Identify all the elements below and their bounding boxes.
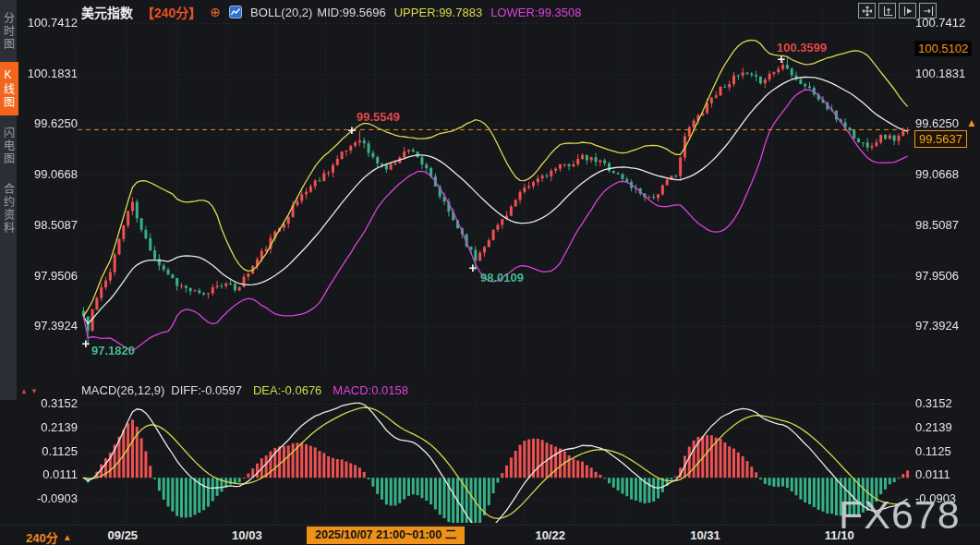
period-selector-label: 240分 — [26, 528, 58, 545]
auto-scroll-icon — [902, 6, 913, 17]
boll-mid-value: MID:99.5696 — [317, 6, 385, 19]
boll-upper-value: UPPER:99.7883 — [394, 6, 482, 19]
chevron-up-icon: ▲ — [63, 532, 72, 542]
period-selector[interactable]: 240分 ▲ — [26, 528, 72, 545]
x-axis-label: 10/03 — [219, 528, 274, 542]
macd-title: MACD(26,12,9) — [81, 383, 164, 397]
x-axis-label: 09/25 — [95, 528, 151, 542]
macd-macd-value: MACD:0.0158 — [333, 383, 408, 397]
kline-chart-icon — [229, 6, 242, 18]
goto-latest-icon — [923, 6, 934, 17]
time-axis-bar: 240分 ▲ 2025/10/07 21:00~01:00 二 09/2510/… — [0, 525, 980, 545]
macd-diff-value: DIFF:-0.0597 — [171, 383, 242, 397]
macd-dea-value: DEA:-0.0676 — [253, 383, 321, 397]
indicator-cycle-controls: ▲ ▼ — [20, 387, 38, 396]
chart-toolbar — [858, 3, 937, 18]
symbol-name: 美元指数 — [81, 3, 133, 21]
watermark: FX678 — [839, 492, 961, 538]
goto-latest-button[interactable] — [919, 3, 937, 18]
sidebar-item-K线图[interactable]: K线图 — [0, 62, 18, 115]
indicator-next-icon[interactable]: ▼ — [30, 387, 38, 396]
kline-chart-app: 分时图K线图闪电图合约资料 美元指数 【240分】 ⊕ BOLL(20,2) M… — [0, 0, 980, 545]
current-price-marker-icon: ▲ — [966, 116, 977, 129]
macd-header: MACD(26,12,9) DIFF:-0.0597 DEA:-0.0676 M… — [81, 383, 408, 397]
boll-lower-value: LOWER:99.3508 — [490, 6, 581, 19]
circle-plus-icon[interactable]: ⊕ — [210, 6, 221, 18]
auto-scroll-button[interactable] — [899, 3, 916, 18]
chart-type-sidebar: 分时图K线图闪电图合约资料 — [0, 0, 17, 400]
boll-label: BOLL(20,2) — [250, 6, 312, 19]
pan-tool-button[interactable] — [858, 3, 876, 18]
x-axis-label: 10/31 — [677, 528, 732, 542]
crosshair-date-tooltip: 2025/10/07 21:00~01:00 二 — [307, 527, 465, 544]
sidebar-item-合约资料[interactable]: 合约资料 — [0, 176, 18, 241]
sidebar-item-分时图[interactable]: 分时图 — [0, 6, 18, 57]
current-price-badge: 99.5637 — [914, 130, 967, 148]
period-tag[interactable]: 【240分】 — [141, 3, 201, 21]
chart-canvas[interactable] — [0, 0, 980, 545]
fit-axis-button[interactable] — [878, 3, 896, 18]
pan-icon — [862, 6, 873, 17]
high-price-badge: 100.5102 — [914, 41, 972, 56]
indicator-prev-icon[interactable]: ▲ — [20, 387, 28, 396]
sidebar-item-闪电图[interactable]: 闪电图 — [0, 120, 18, 172]
chart-header: 美元指数 【240分】 ⊕ BOLL(20,2) MID:99.5696 UPP… — [81, 3, 581, 21]
x-axis-label: 10/22 — [523, 528, 578, 542]
fit-axis-icon — [882, 6, 893, 17]
